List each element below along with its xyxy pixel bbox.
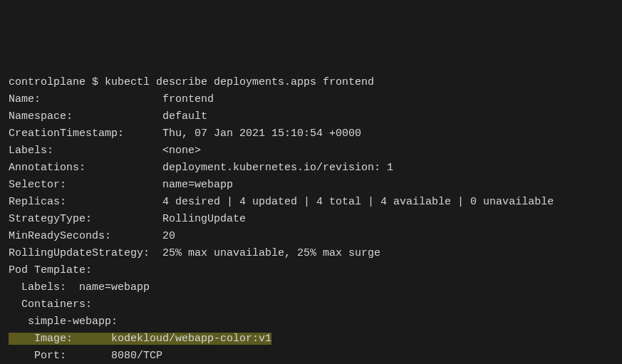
field-minready: MinReadySeconds: 20 xyxy=(9,230,175,242)
field-name: Name: frontend xyxy=(9,93,214,105)
field-labels: Labels: <none> xyxy=(9,145,201,157)
field-creation: CreationTimestamp: Thu, 07 Jan 2021 15:1… xyxy=(9,128,361,140)
field-annotations: Annotations: deployment.kubernetes.io/re… xyxy=(9,162,393,174)
field-port: Port: 8080/TCP xyxy=(9,350,162,362)
prompt: controlplane $ xyxy=(9,76,105,88)
field-container-name: simple-webapp: xyxy=(9,316,118,328)
field-replicas: Replicas: 4 desired | 4 updated | 4 tota… xyxy=(9,196,554,208)
field-strategy: StrategyType: RollingUpdate xyxy=(9,213,246,225)
field-containers: Containers: xyxy=(9,298,92,311)
field-podtemplate: Pod Template: xyxy=(9,264,92,276)
command-text: kubectl describe deployments.apps fronte… xyxy=(105,76,374,88)
field-namespace: Namespace: default xyxy=(9,110,207,123)
field-selector: Selector: name=webapp xyxy=(9,179,233,191)
terminal-output[interactable]: controlplane $ kubectl describe deployme… xyxy=(0,68,622,364)
field-image: Image: kodekloud/webapp-color:v1 xyxy=(9,333,271,345)
command-line: controlplane $ kubectl describe deployme… xyxy=(9,76,374,88)
field-rollingupdate: RollingUpdateStrategy: 25% max unavailab… xyxy=(9,247,380,259)
field-podlabels: Labels: name=webapp xyxy=(9,281,150,293)
